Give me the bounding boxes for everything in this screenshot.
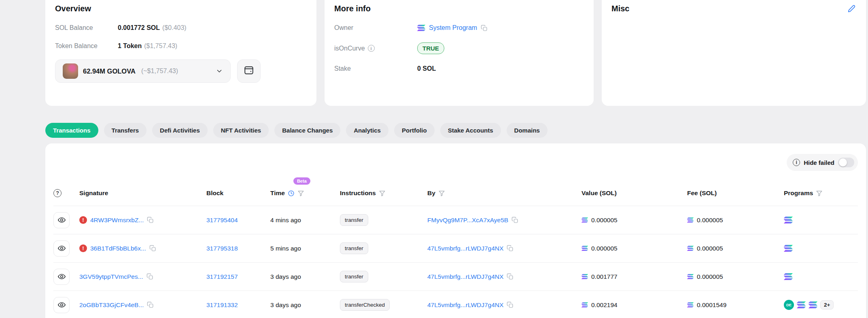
is-on-curve-badge: TRUE bbox=[417, 42, 444, 54]
tab-analytics[interactable]: Analytics bbox=[346, 123, 388, 138]
col-time: Time Beta bbox=[270, 190, 340, 197]
summary-cards: Overview SOL Balance 0.001772 SOL($0.403… bbox=[45, 0, 866, 106]
failed-tx-icon: ! bbox=[79, 244, 87, 252]
hide-failed-toggle[interactable] bbox=[838, 158, 854, 167]
overview-title: Overview bbox=[55, 4, 307, 13]
tab-transfers[interactable]: Transfers bbox=[104, 123, 147, 138]
col-fee: Fee (SOL) bbox=[687, 190, 784, 197]
tab-stake-accounts[interactable]: Stake Accounts bbox=[440, 123, 501, 138]
sol-balance-value: 0.001772 SOL($0.403) bbox=[118, 24, 187, 32]
tab-domains[interactable]: Domains bbox=[507, 123, 548, 138]
preview-eye-button[interactable] bbox=[53, 269, 70, 285]
col-value: Value (SOL) bbox=[581, 190, 687, 197]
instruction-pill: transfer bbox=[340, 242, 368, 254]
signature-link[interactable]: 2oGBbT33GjCFv4eB... bbox=[79, 301, 144, 309]
account-page: Overview SOL Balance 0.001772 SOL($0.403… bbox=[0, 0, 868, 318]
token-accounts-icon bbox=[244, 65, 254, 77]
by-address-link[interactable]: 47L5vmbrfg...rLWDJ7g4NX bbox=[427, 245, 503, 252]
block-link[interactable]: 317795404 bbox=[206, 217, 238, 223]
block-link[interactable]: 317795318 bbox=[206, 245, 238, 252]
misc-title: Misc bbox=[611, 4, 629, 13]
solana-logo-icon bbox=[417, 25, 425, 31]
copy-icon[interactable] bbox=[146, 273, 153, 280]
copy-icon[interactable] bbox=[511, 217, 518, 223]
hide-failed-control[interactable]: i Hide failed bbox=[787, 154, 858, 171]
dex-program-badge[interactable]: DE bbox=[784, 300, 794, 310]
signature-link[interactable]: 4RW3PWmsrxbZ... bbox=[90, 217, 144, 224]
owner-link[interactable]: System Program bbox=[429, 24, 477, 32]
table-row: 2oGBbT33GjCFv4eB... 317191332 3 days ago… bbox=[53, 291, 858, 318]
tab-transactions[interactable]: Transactions bbox=[45, 123, 98, 138]
time-cell: 4 mins ago bbox=[270, 217, 340, 224]
preview-eye-button[interactable] bbox=[53, 240, 70, 257]
copy-icon[interactable] bbox=[147, 217, 154, 223]
copy-icon[interactable] bbox=[507, 245, 514, 252]
signature-link[interactable]: 36B1TdF5bBLb6x... bbox=[90, 245, 146, 252]
sol-icon bbox=[581, 246, 588, 251]
tab-balance-changes[interactable]: Balance Changes bbox=[274, 123, 340, 138]
by-address-link[interactable]: 47L5vmbrfg...rLWDJ7g4NX bbox=[427, 273, 503, 280]
sol-icon bbox=[687, 274, 694, 279]
instructions-filter-icon[interactable] bbox=[379, 190, 386, 197]
token-accounts-button[interactable] bbox=[237, 59, 261, 83]
copy-icon[interactable] bbox=[507, 273, 514, 280]
more-programs-pill[interactable]: 2+ bbox=[820, 300, 834, 310]
preview-eye-button[interactable] bbox=[53, 212, 70, 228]
copy-icon[interactable] bbox=[507, 301, 514, 308]
transactions-card: i Hide failed ? Signature Block Time Bet… bbox=[45, 143, 866, 318]
hide-failed-label: Hide failed bbox=[804, 159, 834, 166]
sol-icon bbox=[581, 302, 588, 307]
programs-filter-icon[interactable] bbox=[816, 190, 823, 197]
instruction-pill: transferChecked bbox=[340, 299, 390, 311]
failed-tx-icon: ! bbox=[79, 216, 87, 224]
token-avatar bbox=[63, 63, 78, 79]
edit-pencil-icon[interactable] bbox=[847, 4, 856, 13]
section-tabs: Transactions Transfers Defi Activities N… bbox=[45, 123, 866, 138]
copy-icon[interactable] bbox=[481, 25, 488, 32]
system-program-icon[interactable] bbox=[784, 245, 793, 252]
toggle-knob bbox=[839, 158, 847, 166]
token-program-icon[interactable] bbox=[809, 301, 817, 308]
value-sol: 0.001777 bbox=[591, 273, 618, 280]
owner-value: System Program bbox=[417, 24, 488, 32]
table-row: 3GV59ytppTVmcPes... 317192157 3 days ago… bbox=[53, 262, 858, 291]
tab-portfolio[interactable]: Portfolio bbox=[394, 123, 435, 138]
clock-icon[interactable] bbox=[288, 190, 295, 197]
is-on-curve-label: isOnCurve i bbox=[334, 45, 417, 52]
time-cell: 3 days ago bbox=[270, 273, 340, 280]
owner-label: Owner bbox=[334, 24, 417, 32]
by-filter-icon[interactable] bbox=[438, 190, 445, 197]
preview-eye-button[interactable] bbox=[53, 297, 70, 313]
eye-icon bbox=[57, 301, 66, 309]
time-cell: 5 mins ago bbox=[270, 245, 340, 252]
block-link[interactable]: 317191332 bbox=[206, 301, 238, 308]
copy-icon[interactable] bbox=[149, 245, 156, 252]
eye-icon bbox=[57, 244, 66, 253]
table-row: ! 4RW3PWmsrxbZ... 317795404 4 mins ago t… bbox=[53, 206, 858, 234]
token-balance-label: Token Balance bbox=[55, 42, 118, 50]
instruction-pill: transfer bbox=[340, 271, 368, 282]
by-address-link[interactable]: 47L5vmbrfg...rLWDJ7g4NX bbox=[427, 301, 503, 309]
signature-link[interactable]: 3GV59ytppTVmcPes... bbox=[79, 273, 143, 280]
system-program-icon[interactable] bbox=[784, 217, 793, 223]
fee-sol: 0.0001549 bbox=[697, 301, 726, 309]
sol-icon bbox=[687, 302, 694, 307]
system-program-icon[interactable] bbox=[797, 301, 806, 308]
copy-icon[interactable] bbox=[147, 301, 154, 308]
sol-icon bbox=[581, 217, 588, 223]
block-link[interactable]: 317192157 bbox=[206, 273, 238, 280]
stake-row: Stake 0 SOL bbox=[334, 65, 584, 72]
system-program-icon[interactable] bbox=[784, 273, 793, 280]
by-address-link[interactable]: FMyvQg9M7P...XcA7xAye5B bbox=[427, 217, 508, 224]
fee-sol: 0.000005 bbox=[697, 273, 723, 280]
chevron-down-icon bbox=[216, 67, 223, 75]
misc-card: Misc bbox=[602, 0, 866, 106]
tab-nft-activities[interactable]: NFT Activities bbox=[213, 123, 269, 138]
eye-icon bbox=[57, 216, 66, 224]
value-sol: 0.000005 bbox=[591, 245, 618, 252]
sol-icon bbox=[581, 274, 588, 279]
time-filter-icon[interactable] bbox=[297, 190, 304, 197]
token-select-dropdown[interactable]: 62.94M GOLOVA (~$1,757.43) bbox=[55, 59, 231, 83]
tab-defi-activities[interactable]: Defi Activities bbox=[152, 123, 208, 138]
token-selector-row: 62.94M GOLOVA (~$1,757.43) bbox=[55, 59, 307, 83]
